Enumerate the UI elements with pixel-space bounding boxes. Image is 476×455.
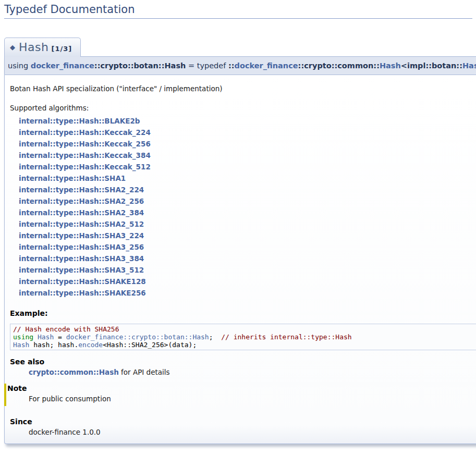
member-prototype: using docker_finance::crypto::botan::Has… — [4, 56, 476, 75]
see-also-section: See also crypto::common::Hash for API de… — [10, 358, 476, 376]
page-title: Typedef Documentation — [4, 3, 472, 19]
algorithm-link[interactable]: internal::type::Hash::SHA3_512 — [19, 264, 476, 276]
member-description: Botan Hash API specialization ("interfac… — [10, 84, 476, 93]
code-text: // Hash encode with SHA256 — [13, 325, 119, 333]
note-label: Note — [7, 384, 476, 392]
member-body: using docker_finance::crypto::botan::Has… — [4, 56, 476, 444]
anchor-diamond-icon[interactable]: ◆ — [10, 43, 15, 51]
algorithm-link[interactable]: internal::type::Hash::Keccak_512 — [19, 161, 476, 173]
see-also-link[interactable]: crypto::common::Hash — [29, 368, 119, 376]
member-doc: Botan Hash API specialization ("interfac… — [4, 75, 476, 444]
code-text: hash; hash. — [29, 341, 78, 349]
code-line: Hash hash; hash.encode<Hash::SHA2_256>(d… — [13, 341, 476, 349]
member-overload-badge: [1/3] — [51, 45, 72, 53]
code-link[interactable]: Hash — [13, 341, 29, 349]
proto-text: ::crypto::botan::Hash — [94, 62, 186, 70]
note-text: For public consumption — [29, 395, 476, 403]
code-text: <Hash::SHA2_256>(data); — [103, 341, 197, 349]
algorithm-link[interactable]: internal::type::Hash::SHA2_512 — [19, 218, 476, 230]
see-also-entry: crypto::common::Hash for API details — [29, 368, 476, 376]
since-section: Since docker-finance 1.0.0 — [10, 417, 476, 436]
example-section: Example: — [10, 309, 476, 317]
since-text: docker-finance 1.0.0 — [29, 428, 476, 436]
code-link[interactable]: encode — [78, 341, 103, 349]
code-line: using Hash = docker_finance::crypto::bot… — [13, 333, 476, 341]
algorithm-link[interactable]: internal::type::Hash::SHA2_384 — [19, 207, 476, 218]
code-text — [33, 333, 38, 341]
algorithm-link[interactable]: internal::type::Hash::SHA3_384 — [19, 253, 476, 264]
algorithm-link[interactable]: internal::type::Hash::Keccak_256 — [19, 138, 476, 150]
proto-link[interactable]: docker_finance — [31, 62, 94, 70]
proto-link[interactable]: Hash — [462, 62, 476, 70]
code-text: ; — [209, 333, 221, 341]
proto-text: <impl::botan:: — [401, 62, 462, 70]
algorithm-link[interactable]: internal::type::Hash::SHA2_256 — [19, 195, 476, 207]
supported-algorithms-label: Supported algorithms: — [10, 104, 476, 112]
algorithm-link[interactable]: internal::type::Hash::SHA1 — [19, 173, 476, 184]
proto-text: using — [8, 62, 31, 70]
algorithm-link[interactable]: internal::type::Hash::SHAKE256 — [19, 287, 476, 299]
code-block: // Hash encode with SHA256using Hash = d… — [10, 324, 476, 350]
see-also-text: for API details — [119, 368, 170, 376]
code-text: using — [13, 333, 33, 341]
algorithm-link[interactable]: internal::type::Hash::Keccak_384 — [19, 150, 476, 161]
algorithm-link[interactable]: internal::type::Hash::SHA3_256 — [19, 241, 476, 253]
code-link[interactable]: docker_finance::crypto::botan::Hash — [66, 333, 209, 341]
member-tab: ◆Hash[1/3] — [4, 38, 81, 57]
proto-link[interactable]: Hash — [380, 62, 401, 70]
member-name: Hash — [19, 41, 48, 54]
proto-text: :: — [228, 62, 235, 70]
code-text: // inherits internal::type::Hash — [221, 333, 351, 341]
since-label: Since — [10, 417, 476, 426]
algorithm-link[interactable]: internal::type::Hash::SHA3_224 — [19, 230, 476, 241]
algorithm-link[interactable]: internal::type::Hash::BLAKE2b — [19, 115, 476, 127]
code-text: = — [54, 333, 66, 341]
algorithm-link[interactable]: internal::type::Hash::Keccak_224 — [19, 127, 476, 138]
example-label: Example: — [10, 309, 476, 317]
code-line: // Hash encode with SHA256 — [13, 325, 476, 333]
documentation-content: Typedef Documentation ◆Hash[1/3] using d… — [4, 3, 476, 444]
proto-text: ::crypto::common:: — [298, 62, 380, 70]
proto-text: = typedef — [186, 62, 228, 70]
note-section: Note For public consumption — [4, 384, 476, 406]
code-link[interactable]: Hash — [38, 333, 54, 341]
algorithm-list: internal::type::Hash::BLAKE2binternal::t… — [19, 115, 476, 299]
algorithm-link[interactable]: internal::type::Hash::SHAKE128 — [19, 276, 476, 287]
proto-link[interactable]: docker_finance — [235, 62, 298, 70]
member-item-hash: ◆Hash[1/3] using docker_finance::crypto:… — [4, 19, 476, 444]
algorithm-link[interactable]: internal::type::Hash::SHA2_224 — [19, 184, 476, 195]
see-also-label: See also — [10, 358, 476, 366]
